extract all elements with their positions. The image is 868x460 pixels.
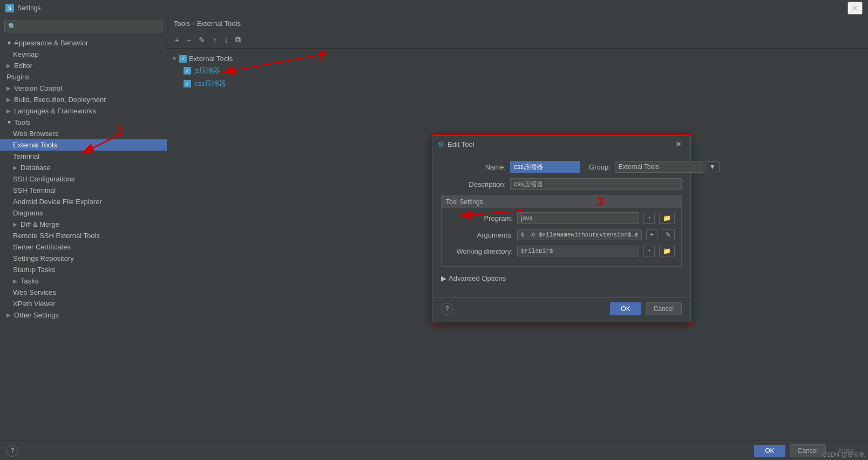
sidebar-item-keymap[interactable]: Keymap	[0, 49, 167, 60]
group-input[interactable]	[615, 161, 703, 173]
sidebar-item-label: Startup Tasks	[13, 266, 56, 274]
working-dir-folder-btn[interactable]: 📁	[659, 246, 675, 256]
sidebar-item-other-settings[interactable]: ▶ Other Settings	[0, 309, 167, 321]
name-label: Name:	[441, 163, 506, 171]
sidebar-item-label: Server Certificates	[13, 243, 71, 251]
breadcrumb: Tools › External Tools	[167, 16, 868, 31]
description-input[interactable]	[510, 178, 682, 190]
program-add-btn[interactable]: +	[643, 213, 655, 224]
add-button[interactable]: +	[172, 34, 182, 46]
sidebar-item-ssh-terminal[interactable]: SSH Terminal	[0, 185, 167, 196]
dialog-close-button[interactable]: ✕	[672, 139, 685, 150]
arrow-icon: ▶	[6, 63, 12, 69]
tool-checkbox-css[interactable]: ✓	[184, 80, 191, 87]
remove-button[interactable]: −	[184, 34, 194, 46]
watermark: CSDN @慕云视	[823, 451, 865, 459]
window-title: Settings	[17, 4, 40, 12]
working-dir-label: Working directory:	[448, 247, 513, 255]
tool-settings-header: Tool Settings	[442, 196, 681, 208]
sidebar-item-languages[interactable]: ▶ Languages & Frameworks	[0, 105, 167, 117]
toolbar: + − ✎ ↑ ↓ ⧉	[167, 31, 868, 49]
sidebar-item-label: Diagrams	[13, 209, 43, 217]
breadcrumb-separator: ›	[192, 19, 194, 28]
dialog-help-button[interactable]: ?	[441, 303, 453, 315]
advanced-toggle[interactable]: ▶ Advanced Options	[441, 272, 682, 285]
sidebar-item-server-certs[interactable]: Server Certificates	[0, 241, 167, 253]
sidebar-item-build[interactable]: ▶ Build, Execution, Deployment	[0, 94, 167, 105]
title-bar-left: S Settings	[5, 4, 40, 12]
sidebar-item-startup-tasks[interactable]: Startup Tasks	[0, 264, 167, 275]
sidebar-item-plugins[interactable]: Plugins	[0, 71, 167, 83]
settings-cancel-button[interactable]: Cancel	[790, 444, 826, 457]
sidebar-item-settings-repo[interactable]: Settings Repository	[0, 253, 167, 264]
dialog-ok-button[interactable]: OK	[610, 302, 641, 315]
dialog-body: Name: Group: ▼ Description:	[432, 153, 690, 297]
sidebar-item-tools[interactable]: ▼ Tools	[0, 117, 167, 128]
arguments-edit-btn[interactable]: ✎	[662, 229, 675, 240]
dialog-title: ⚙ Edit Tool	[438, 140, 474, 148]
advanced-label: Advanced Options	[449, 274, 506, 282]
move-up-button[interactable]: ↑	[209, 34, 220, 46]
sidebar-item-label: Plugins	[6, 73, 30, 81]
arguments-input[interactable]	[517, 229, 642, 240]
sidebar-item-appearance[interactable]: ▼ Appearance & Behavior	[0, 37, 167, 49]
sidebar-item-xpath[interactable]: XPath Viewer	[0, 298, 167, 309]
sidebar-item-web-services[interactable]: Web Services	[0, 287, 167, 298]
program-folder-btn[interactable]: 📁	[659, 213, 675, 224]
tools-group-name: External Tools	[189, 55, 233, 63]
tool-item-js[interactable]: ✓ js压缩器	[167, 64, 868, 77]
sidebar: ▼ Appearance & Behavior Keymap ▶ Editor …	[0, 16, 167, 441]
working-dir-row: Working directory: + 📁	[448, 246, 675, 256]
window-close-button[interactable]: ✕	[847, 2, 863, 15]
move-down-button[interactable]: ↓	[221, 34, 231, 46]
description-label: Description:	[441, 180, 506, 188]
tools-group-header[interactable]: ▼ ✓ External Tools	[167, 53, 868, 64]
arrow-icon: ▶	[6, 97, 12, 103]
program-input[interactable]	[517, 212, 639, 224]
sidebar-item-label: Web Services	[13, 288, 56, 296]
arguments-add-btn[interactable]: +	[646, 229, 657, 240]
sidebar-item-android[interactable]: Android Device File Explorer	[0, 196, 167, 207]
group-dropdown-btn[interactable]: ▼	[706, 161, 720, 172]
sidebar-item-database[interactable]: ▶ Database	[0, 162, 167, 173]
copy-button[interactable]: ⧉	[232, 33, 244, 46]
arguments-row: Arguments: + ✎	[448, 229, 675, 240]
arrow-icon: ▼	[6, 40, 12, 46]
breadcrumb-parent: Tools	[174, 19, 190, 28]
dialog-footer: ? OK Cancel	[432, 297, 690, 322]
sidebar-item-ssh-configs[interactable]: SSH Configurations	[0, 173, 167, 185]
sidebar-item-external-tools[interactable]: External Tools	[0, 139, 167, 151]
sidebar-item-label: Keymap	[13, 50, 39, 58]
tool-settings-body: Program: + 📁 Arguments: + ✎	[442, 208, 681, 266]
tool-checkbox-js[interactable]: ✓	[184, 67, 191, 75]
search-input[interactable]	[4, 21, 162, 32]
arrow-icon: ▶	[13, 278, 18, 284]
working-dir-add-btn[interactable]: +	[643, 246, 655, 256]
edit-button[interactable]: ✎	[195, 34, 208, 46]
sidebar-item-label: External Tools	[13, 141, 57, 149]
program-label: Program:	[448, 214, 513, 222]
dialog-cancel-button[interactable]: Cancel	[646, 302, 682, 315]
settings-help-button[interactable]: ?	[6, 445, 18, 457]
description-row: Description:	[441, 178, 682, 190]
working-dir-input[interactable]	[517, 246, 639, 256]
sidebar-item-terminal[interactable]: Terminal	[0, 151, 167, 162]
sidebar-item-editor[interactable]: ▶ Editor	[0, 60, 167, 71]
sidebar-item-remote-ssh[interactable]: Remote SSH External Tools	[0, 230, 167, 241]
dialog-icon: ⚙	[438, 140, 444, 148]
settings-ok-button[interactable]: OK	[754, 445, 785, 457]
sidebar-item-diagrams[interactable]: Diagrams	[0, 207, 167, 219]
tool-item-css[interactable]: ✓ css压缩器	[167, 77, 868, 90]
sidebar-item-tasks[interactable]: ▶ Tasks	[0, 275, 167, 287]
group-label: Group:	[589, 163, 611, 171]
sidebar-item-version-control[interactable]: ▶ Version Control	[0, 83, 167, 94]
sidebar-item-label: Appearance & Behavior	[14, 39, 88, 47]
sidebar-tree: ▼ Appearance & Behavior Keymap ▶ Editor …	[0, 37, 167, 441]
sidebar-item-web-browsers[interactable]: Web Browsers	[0, 128, 167, 139]
bottom-bar: ? OK Cancel Apply	[0, 441, 868, 460]
sidebar-item-label: Android Device File Explorer	[13, 198, 102, 206]
name-input[interactable]	[510, 161, 580, 173]
sidebar-item-diff-merge[interactable]: ▶ Diff & Merge	[0, 219, 167, 230]
edit-tool-dialog: ⚙ Edit Tool ✕ Name: Group: ▼	[432, 135, 691, 322]
group-checkbox[interactable]: ✓	[179, 55, 187, 63]
